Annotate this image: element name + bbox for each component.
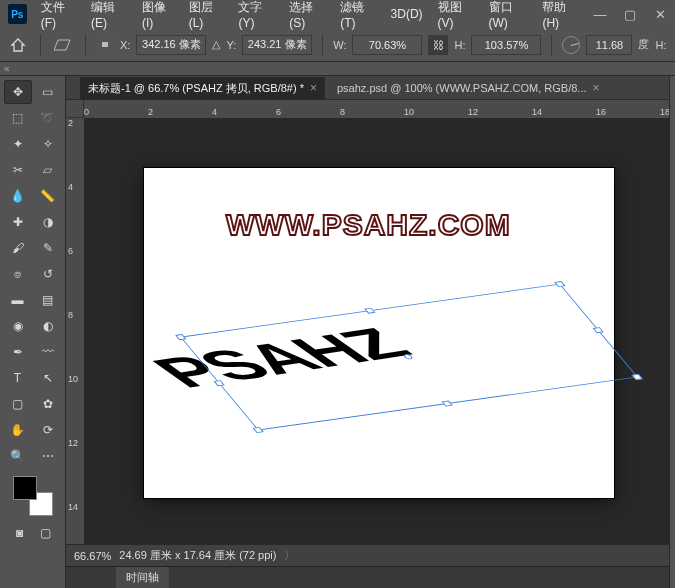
- patch-tool[interactable]: ◑: [34, 210, 62, 234]
- crop-tool[interactable]: ✂: [4, 158, 32, 182]
- custom-shape-tool[interactable]: ✿: [34, 392, 62, 416]
- marquee-tool[interactable]: ⬚: [4, 106, 32, 130]
- history-brush-tool[interactable]: ↺: [34, 262, 62, 286]
- pen-icon: ✒: [13, 345, 23, 359]
- y-input[interactable]: [242, 35, 312, 55]
- blur-tool[interactable]: ◉: [4, 314, 32, 338]
- status-menu-caret[interactable]: 〉: [284, 548, 295, 563]
- document-area: 未标题-1 @ 66.7% (PSAHZ 拷贝, RGB/8#) *×psahz…: [66, 76, 669, 588]
- lasso-tool[interactable]: ➰: [34, 106, 62, 130]
- type-tool[interactable]: T: [4, 366, 32, 390]
- menu-item-e[interactable]: 编辑(E): [85, 0, 133, 33]
- ruler-tick: 16: [596, 107, 606, 117]
- ruler-horizontal[interactable]: 02468101214161820222426: [84, 100, 669, 118]
- tabs-flyout-toggle[interactable]: «: [0, 62, 675, 76]
- quick-select-tool[interactable]: ✦: [4, 132, 32, 156]
- type-icon: T: [14, 371, 21, 385]
- artboard-icon: ▭: [42, 85, 53, 99]
- window-controls: — ▢ ✕: [585, 1, 675, 27]
- tab-close-icon[interactable]: ×: [593, 81, 600, 95]
- canvas-viewport[interactable]: WWW.PSAHZ.COM PSAHZ: [84, 118, 669, 544]
- document-tab[interactable]: 未标题-1 @ 66.7% (PSAHZ 拷贝, RGB/8#) *×: [80, 77, 325, 99]
- menu-item-l[interactable]: 图层(L): [183, 0, 230, 33]
- pencil-tool[interactable]: ✎: [34, 236, 62, 260]
- screen-mode-button[interactable]: ▢: [35, 522, 57, 544]
- color-swatches[interactable]: [13, 476, 53, 516]
- zoom-tool[interactable]: 🔍: [4, 444, 32, 468]
- rotate-view-icon: ⟳: [43, 423, 53, 437]
- edit-toolbar-icon: ⋯: [42, 449, 54, 463]
- h-input[interactable]: [471, 35, 541, 55]
- menu-item-dd[interactable]: 3D(D): [385, 4, 429, 24]
- brush-tool[interactable]: 🖌: [4, 236, 32, 260]
- transform-handle-center[interactable]: [403, 354, 414, 360]
- transform-handle-br[interactable]: [632, 374, 643, 380]
- foreground-swatch[interactable]: [13, 476, 37, 500]
- ruler-tick: 0: [84, 107, 89, 117]
- clone-tool[interactable]: ⌾: [4, 262, 32, 286]
- home-icon: [10, 37, 26, 53]
- menu-item-v[interactable]: 视图(V): [432, 0, 480, 33]
- transform-mode-icon[interactable]: [51, 33, 75, 57]
- menu-item-w[interactable]: 窗口(W): [483, 0, 534, 33]
- options-bar: X: △ Y: W: ⛓ H: 度 H:: [0, 28, 675, 62]
- separator: [322, 34, 323, 56]
- angle-input[interactable]: [586, 35, 632, 55]
- menu-item-h[interactable]: 帮助(H): [536, 0, 585, 33]
- patch-icon: ◑: [43, 215, 53, 229]
- rotate-view-tool[interactable]: ⟳: [34, 418, 62, 442]
- menu-item-s[interactable]: 选择(S): [283, 0, 331, 33]
- timeline-tab[interactable]: 时间轴: [116, 567, 169, 588]
- rectangle-tool[interactable]: ▢: [4, 392, 32, 416]
- freeform-pen-tool[interactable]: 〰: [34, 340, 62, 364]
- magic-wand-tool[interactable]: ✧: [34, 132, 62, 156]
- quick-select-icon: ✦: [13, 137, 23, 151]
- artboard-tool[interactable]: ▭: [34, 80, 62, 104]
- tab-label: psahz.psd @ 100% (WWW.PSAHZ.COM, RGB/8..…: [337, 82, 587, 94]
- eyedropper-tool[interactable]: 💧: [4, 184, 32, 208]
- zoom-level[interactable]: 66.67%: [74, 550, 111, 562]
- ruler-origin[interactable]: [66, 100, 84, 118]
- ruler-vertical[interactable]: 246810121416: [66, 118, 84, 544]
- x-label: X:: [120, 39, 130, 51]
- lasso-icon: ➰: [40, 111, 55, 125]
- right-panel-dock[interactable]: [669, 76, 675, 588]
- delta-icon[interactable]: △: [212, 38, 220, 51]
- h-slant-label: H:: [655, 39, 666, 51]
- link-wh-button[interactable]: ⛓: [428, 35, 448, 55]
- pen-tool[interactable]: ✒: [4, 340, 32, 364]
- menu-item-y[interactable]: 文字(Y): [232, 0, 280, 33]
- custom-shape-icon: ✿: [43, 397, 53, 411]
- eraser-tool[interactable]: ▬: [4, 288, 32, 312]
- minimize-button[interactable]: —: [585, 1, 615, 27]
- menu-item-f[interactable]: 文件(F): [35, 0, 82, 33]
- hand-tool[interactable]: ✋: [4, 418, 32, 442]
- w-input[interactable]: [352, 35, 422, 55]
- path-select-tool[interactable]: ↖: [34, 366, 62, 390]
- home-button[interactable]: [6, 33, 30, 57]
- edit-toolbar-tool[interactable]: ⋯: [34, 444, 62, 468]
- document-tab[interactable]: psahz.psd @ 100% (WWW.PSAHZ.COM, RGB/8..…: [329, 77, 608, 99]
- gradient-tool[interactable]: ▤: [34, 288, 62, 312]
- menu-item-i[interactable]: 图像(I): [136, 0, 180, 33]
- spot-heal-tool[interactable]: ✚: [4, 210, 32, 234]
- marquee-icon: ⬚: [12, 111, 23, 125]
- svg-marker-0: [54, 40, 70, 50]
- perspective-crop-tool[interactable]: ▱: [34, 158, 62, 182]
- maximize-button[interactable]: ▢: [615, 1, 645, 27]
- close-button[interactable]: ✕: [645, 1, 675, 27]
- ruler-tick: 4: [212, 107, 217, 117]
- ref-point-icon[interactable]: [96, 36, 114, 54]
- move-tool[interactable]: ✥: [4, 80, 32, 104]
- x-input[interactable]: [136, 35, 206, 55]
- tab-close-icon[interactable]: ×: [310, 81, 317, 95]
- menu-item-t[interactable]: 滤镜(T): [334, 0, 381, 33]
- quick-mask-button[interactable]: ◙: [9, 522, 31, 544]
- document-dimensions[interactable]: 24.69 厘米 x 17.64 厘米 (72 ppi): [119, 548, 276, 563]
- dodge-tool[interactable]: ◐: [34, 314, 62, 338]
- ruler-tool[interactable]: 📏: [34, 184, 62, 208]
- angle-dial[interactable]: [562, 36, 580, 54]
- zoom-icon: 🔍: [10, 449, 25, 463]
- toolbox: ✥▭⬚➰✦✧✂▱💧📏✚◑🖌✎⌾↺▬▤◉◐✒〰T↖▢✿✋⟳🔍⋯ ◙ ▢: [0, 76, 66, 588]
- blur-icon: ◉: [13, 319, 23, 333]
